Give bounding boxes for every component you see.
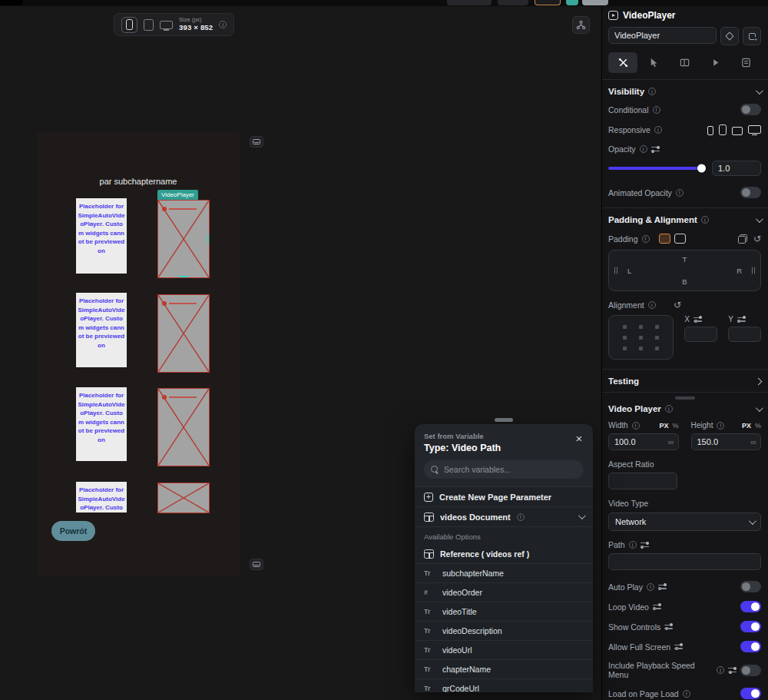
align-dot[interactable] [639, 325, 643, 329]
logo-button[interactable] [0, 0, 23, 5]
field-item[interactable]: #videoOrder [415, 583, 593, 602]
set-from-variable-icon[interactable] [641, 541, 649, 549]
toolbar-button[interactable] [447, 0, 492, 5]
info-icon[interactable] [219, 21, 227, 28]
align-x-input[interactable] [684, 327, 717, 342]
videos-document-item[interactable]: videos Document [415, 507, 593, 527]
tab-state[interactable] [732, 52, 761, 73]
reference-item[interactable]: Reference ( videos ref ) [415, 544, 593, 564]
reset-icon[interactable]: ↺ [674, 300, 681, 310]
drag-grip-left[interactable] [614, 267, 617, 274]
video-player-section-header[interactable]: Video Player [608, 404, 761, 413]
align-dot[interactable] [639, 336, 643, 340]
align-dot[interactable] [655, 347, 659, 350]
close-icon[interactable] [572, 431, 586, 445]
reset-icon[interactable]: ↺ [753, 234, 761, 244]
create-page-parameter-item[interactable]: Create New Page Parameter [415, 487, 593, 507]
align-dot[interactable] [655, 325, 659, 329]
toolbar-button[interactable] [498, 0, 528, 5]
device-phone-selected[interactable] [121, 17, 137, 33]
tab-animations[interactable] [701, 52, 730, 73]
custom-widget-placeholder[interactable]: Placeholder for SimpleAutoVideoPlayer. C… [76, 387, 127, 461]
playback-speed-menu-toggle[interactable] [740, 665, 761, 676]
phone-large-icon[interactable] [719, 124, 727, 135]
canvas-overlay-button-bottom[interactable] [250, 559, 263, 570]
toolbar-button-orange[interactable] [535, 0, 561, 5]
slider-thumb[interactable] [697, 164, 706, 173]
desktop-icon[interactable] [160, 21, 173, 29]
unit-px[interactable]: PX [659, 422, 668, 430]
unit-percent[interactable]: % [672, 422, 678, 430]
path-input[interactable] [608, 553, 761, 570]
tab-properties[interactable] [608, 52, 637, 73]
opacity-value-input[interactable] [712, 161, 761, 176]
set-from-variable-icon[interactable] [737, 316, 746, 323]
toolbar-button-teal[interactable] [566, 0, 578, 5]
unit-percent[interactable]: % [755, 422, 761, 430]
desktop-icon[interactable] [748, 125, 761, 134]
phone-icon[interactable] [707, 126, 713, 135]
section-resize-handle[interactable] [675, 396, 695, 400]
auto-play-toggle[interactable] [740, 581, 761, 592]
resize-handle-right[interactable] [207, 234, 210, 245]
padding-editor[interactable]: L T R B [608, 250, 761, 291]
opacity-slider[interactable] [608, 167, 705, 170]
field-item[interactable]: TrvideoDescription [415, 622, 593, 641]
powrot-button-widget[interactable]: Powrót [51, 521, 95, 541]
flow-view-button[interactable] [572, 16, 590, 34]
set-from-variable-icon[interactable] [653, 603, 661, 611]
popup-drag-handle[interactable] [495, 418, 513, 422]
tab-layout[interactable] [670, 52, 699, 73]
show-controls-toggle[interactable] [740, 621, 761, 632]
unit-px[interactable]: PX [742, 422, 751, 430]
aspect-ratio-input[interactable] [608, 473, 677, 489]
locate-widget-button[interactable] [720, 27, 739, 45]
loop-video-toggle[interactable] [740, 601, 761, 612]
align-dot[interactable] [623, 336, 627, 340]
custom-widget-placeholder[interactable]: Placeholder for SimpleAutoVideoPlayer. C… [76, 198, 127, 274]
copy-icon[interactable] [738, 234, 747, 244]
set-from-variable-icon[interactable] [728, 666, 737, 674]
padding-mode-individual-icon[interactable] [674, 234, 686, 244]
animated-opacity-toggle[interactable] [740, 187, 761, 198]
alignment-grid[interactable] [608, 315, 674, 360]
load-on-page-load-toggle[interactable] [740, 688, 761, 699]
resize-handle-bottom[interactable] [178, 276, 190, 278]
set-from-variable-icon[interactable] [674, 643, 683, 651]
padding-alignment-section-header[interactable]: Padding & Alignment [608, 215, 761, 224]
page-text-widget[interactable]: par subchaptername [37, 177, 240, 186]
canvas-overlay-button-top[interactable] [250, 136, 263, 148]
custom-widget-placeholder[interactable]: Placeholder for SimpleAutoVideoPlayer. C… [76, 293, 127, 367]
tab-interactions[interactable] [639, 52, 668, 73]
video-player-widget-selected[interactable] [157, 200, 210, 278]
custom-widget-placeholder[interactable]: Placeholder for SimpleAutoVideoPlayer. C… [76, 482, 127, 513]
testing-section-header[interactable]: Testing [608, 377, 761, 386]
align-dot[interactable] [639, 347, 643, 350]
visibility-section-header[interactable]: Visibility [608, 87, 761, 96]
field-item[interactable]: TrqrCodeUrl [415, 679, 593, 692]
video-type-select[interactable]: Network [608, 513, 761, 531]
search-input[interactable] [444, 465, 577, 474]
tablet-icon[interactable] [144, 19, 154, 31]
drag-grip-right[interactable] [752, 267, 755, 274]
field-item[interactable]: TrvideoTitle [415, 602, 593, 622]
toolbar-button-gray[interactable] [582, 0, 608, 5]
variable-search[interactable] [424, 460, 584, 479]
widget-name-input[interactable] [608, 27, 717, 44]
set-from-variable-icon[interactable] [664, 623, 673, 631]
set-from-variable-icon[interactable] [651, 145, 660, 153]
align-dot[interactable] [623, 347, 627, 350]
conditional-toggle[interactable] [740, 104, 761, 115]
tablet-icon[interactable] [732, 127, 743, 135]
field-item[interactable]: TrchapterName [415, 660, 593, 679]
allow-full-screen-toggle[interactable] [740, 641, 761, 652]
padding-mode-all-icon[interactable] [659, 234, 670, 244]
set-from-variable-icon[interactable] [694, 316, 702, 323]
video-player-widget[interactable] [157, 483, 210, 513]
field-item[interactable]: TrsubchapterName [415, 564, 593, 583]
set-from-variable-icon[interactable] [658, 583, 667, 591]
align-y-input[interactable] [728, 327, 761, 342]
align-dot[interactable] [623, 325, 627, 329]
align-dot[interactable] [655, 336, 659, 340]
video-player-widget[interactable] [157, 388, 210, 466]
